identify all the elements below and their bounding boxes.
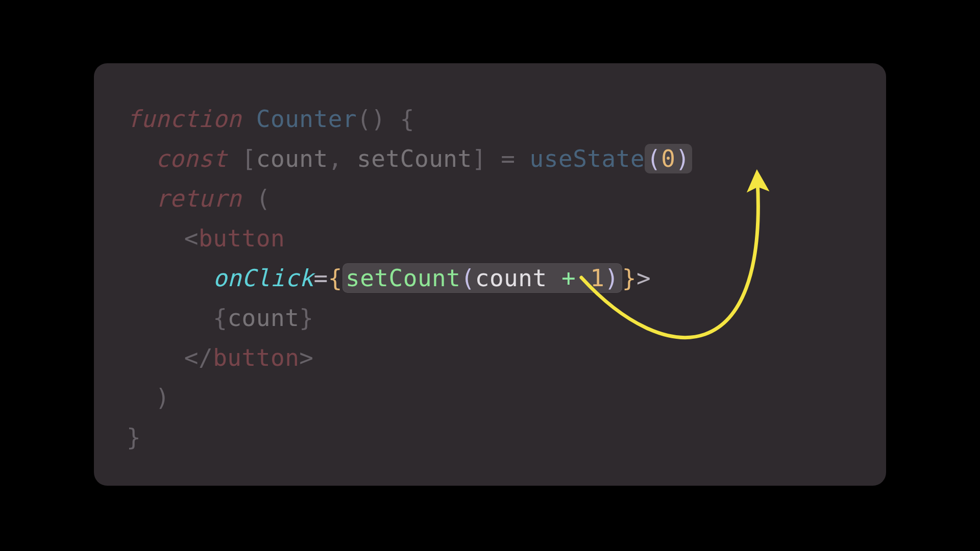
paren-close: ) [676, 145, 690, 172]
brace-open: { [400, 105, 414, 133]
keyword-return: return [155, 185, 241, 212]
equals: = [501, 145, 515, 172]
fn-usestate: useState [530, 145, 645, 172]
id-count: count [475, 264, 547, 292]
tag-close-angle: > [636, 264, 651, 292]
code-panel: function Counter() { const [count, setCo… [94, 63, 886, 486]
code-block: function Counter() { const [count, setCo… [127, 99, 853, 457]
paren-close: ) [605, 264, 619, 292]
paren-close: ) [155, 384, 169, 411]
keyword-const: const [155, 145, 227, 172]
tag-close-angle: > [299, 344, 313, 371]
highlight-setcount-call: setCount(count + 1) [342, 263, 622, 293]
tag-close-open: </ [184, 344, 213, 371]
bracket-close: ] [472, 145, 486, 172]
brace-close: } [127, 423, 141, 451]
jsx-brace-open: { [328, 264, 342, 292]
stage: function Counter() { const [count, setCo… [0, 0, 980, 551]
id-count: count [256, 145, 328, 172]
num-one: 1 [590, 264, 604, 292]
component-name: Counter [256, 105, 357, 133]
jsx-brace-close: } [622, 264, 636, 292]
call-setcount: setCount [346, 264, 461, 292]
tag-button: button [199, 224, 285, 252]
num-zero: 0 [661, 145, 675, 172]
jsx-brace-close: } [299, 304, 313, 332]
id-setcount: setCount [357, 145, 472, 172]
tag-button: button [213, 344, 299, 371]
bracket-open: [ [242, 145, 256, 172]
parens: () [357, 105, 385, 133]
paren-open: ( [647, 145, 661, 172]
id-count: count [227, 304, 299, 332]
paren-open: ( [461, 264, 475, 292]
equals: = [314, 264, 328, 292]
op-plus: + [561, 264, 576, 292]
highlight-initial-state: (0) [645, 144, 692, 173]
paren-open: ( [256, 185, 271, 212]
tag-open: < [184, 224, 199, 252]
attr-onclick: onClick [213, 264, 313, 292]
jsx-brace-open: { [213, 304, 227, 332]
keyword-function: function [127, 105, 242, 133]
comma: , [328, 145, 342, 172]
